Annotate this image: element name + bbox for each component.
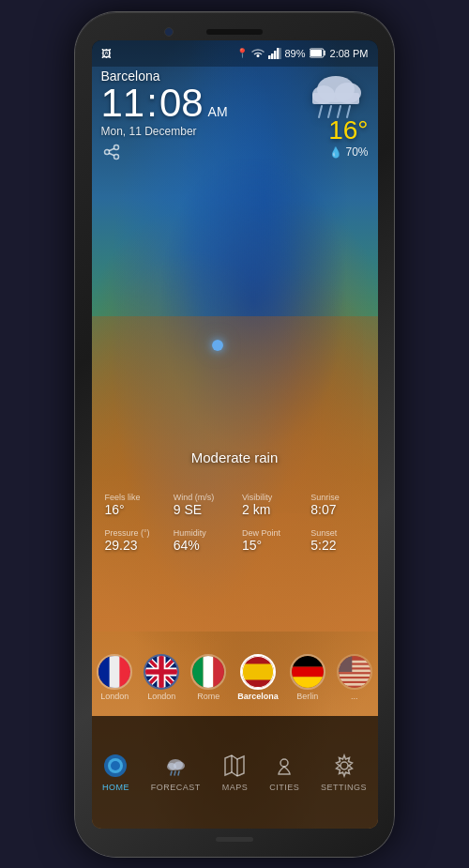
battery-icon: [310, 48, 326, 58]
svg-point-71: [340, 762, 348, 769]
humidity-cell: Humidity 64%: [168, 525, 233, 556]
status-left: 🖼: [101, 48, 112, 59]
home-icon: [102, 753, 129, 779]
svg-rect-56: [339, 682, 371, 685]
visibility-value: 2 km: [242, 502, 295, 517]
location-dot: [212, 340, 223, 351]
svg-rect-37: [204, 656, 214, 688]
share-icon[interactable]: [103, 144, 120, 164]
svg-rect-38: [214, 656, 225, 688]
time-display: 11 : 08 AM: [101, 84, 228, 123]
sunset-label: Sunset: [310, 528, 364, 538]
location-time: Barcelona 11 : 08 AM Mon, 11 December: [101, 69, 228, 138]
time-minutes: 08: [159, 84, 204, 123]
svg-line-18: [109, 148, 114, 151]
city-label-italy: Rome: [197, 692, 219, 701]
svg-line-64: [171, 771, 172, 775]
nav-maps[interactable]: MAPS: [214, 747, 255, 798]
city-item-spain[interactable]: Barcelona: [237, 654, 279, 701]
sunset-value: 5:22: [310, 538, 364, 553]
pressure-label: Pressure (°): [105, 528, 159, 538]
pressure-cell: Pressure (°) 29.23: [99, 525, 164, 556]
city-item-us[interactable]: ...: [337, 654, 372, 701]
weather-top: Barcelona 11 : 08 AM Mon, 11 December: [101, 69, 369, 159]
weather-right: 16° 💧 70%: [303, 69, 369, 159]
svg-rect-23: [120, 656, 131, 688]
svg-rect-55: [339, 678, 371, 681]
settings-label: SETTINGS: [321, 783, 367, 792]
nav-settings[interactable]: SETTINGS: [313, 747, 374, 798]
svg-rect-54: [339, 674, 371, 677]
nav-cities[interactable]: CITIES: [262, 747, 307, 798]
bottom-nav: HOME FORECAST: [92, 716, 378, 829]
city-label-us: ...: [351, 692, 358, 701]
svg-point-60: [111, 761, 120, 770]
svg-marker-67: [225, 755, 244, 776]
status-right: 📍 89%: [236, 48, 369, 59]
feels-like-value: 16°: [105, 502, 159, 517]
wind-value: 9 SE: [174, 502, 227, 517]
date-display: Mon, 11 December: [101, 125, 228, 138]
svg-rect-0: [268, 55, 271, 59]
sunrise-value: 8:07: [310, 502, 364, 517]
svg-point-16: [113, 154, 118, 159]
flag-france: [97, 654, 132, 690]
city-item-uk[interactable]: London: [144, 654, 179, 701]
wind-cell: Wind (m/s) 9 SE: [168, 489, 233, 521]
svg-line-65: [174, 771, 175, 775]
wifi-icon: [251, 48, 265, 59]
svg-line-19: [109, 153, 114, 156]
svg-rect-2: [274, 51, 277, 59]
phone-camera: [164, 27, 174, 37]
maps-icon: [221, 753, 248, 779]
svg-point-63: [174, 761, 185, 769]
svg-point-15: [113, 145, 118, 149]
humidity-label: Humidity: [174, 528, 227, 538]
svg-rect-46: [292, 666, 324, 677]
svg-rect-42: [242, 663, 274, 679]
city-item-france[interactable]: London: [97, 654, 132, 701]
phone-screen: 🖼 📍 89%: [92, 40, 378, 829]
cities-row: London: [92, 648, 378, 707]
svg-rect-22: [110, 656, 120, 688]
home-label: HOME: [102, 783, 129, 792]
location-icon: 📍: [236, 48, 248, 58]
svg-line-11: [319, 106, 322, 117]
svg-rect-57: [339, 656, 352, 672]
weather-cloud-icon: [303, 69, 369, 115]
city-label-uk: London: [147, 692, 175, 701]
humidity-top: 💧 70%: [303, 145, 369, 159]
svg-rect-45: [292, 656, 324, 667]
cities-icon: [271, 753, 297, 779]
cities-label: CITIES: [269, 783, 299, 792]
nav-home[interactable]: HOME: [95, 747, 137, 798]
pressure-value: 29.23: [105, 538, 159, 553]
svg-line-13: [338, 106, 340, 117]
dew-point-label: Dew Point: [242, 528, 295, 538]
city-label-france: London: [100, 692, 129, 701]
svg-rect-21: [98, 656, 110, 688]
nav-forecast[interactable]: FORECAST: [144, 747, 208, 798]
phone-home-button[interactable]: [216, 837, 253, 842]
time-hours: 11: [101, 84, 145, 123]
signal-icon: [268, 48, 281, 59]
flag-germany: [290, 654, 325, 690]
svg-rect-3: [277, 48, 280, 59]
flag-us: [337, 654, 372, 690]
sunset-cell: Sunset 5:22: [305, 525, 370, 556]
svg-line-12: [328, 106, 331, 117]
battery-text: 89%: [285, 48, 306, 59]
visibility-label: Visibility: [242, 493, 295, 502]
svg-rect-6: [310, 50, 322, 56]
svg-rect-47: [292, 677, 324, 688]
city-item-germany[interactable]: Berlin: [290, 654, 325, 701]
forecast-icon: [162, 753, 189, 779]
svg-rect-10: [312, 93, 359, 104]
flag-italy: [190, 654, 226, 690]
forecast-label: FORECAST: [151, 783, 201, 792]
city-item-italy[interactable]: Rome: [190, 654, 226, 701]
status-bar: 🖼 📍 89%: [92, 40, 378, 67]
feels-like-label: Feels like: [105, 493, 159, 502]
weather-condition: Moderate rain: [92, 449, 378, 465]
clock-text: 2:08 PM: [330, 48, 369, 59]
